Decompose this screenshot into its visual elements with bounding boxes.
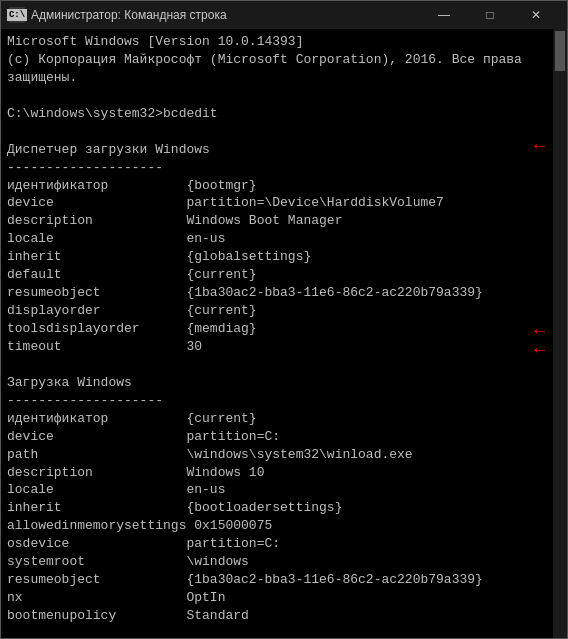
arrow-description-win10: ← [534,341,545,359]
console-line [7,356,561,374]
console-line: bootmenupolicy Standard [7,607,561,625]
console-line: osdevice partition=C: [7,535,561,553]
console-line: C:\windows\system32>bcdedit [7,105,561,123]
window-title: Администратор: Командная строка [31,8,421,22]
console-line: displayorder {current} [7,302,561,320]
console-line [7,87,561,105]
window-controls: — □ ✕ [421,1,559,29]
console-line: идентификатор {bootmgr} [7,177,561,195]
console-line: device partition=C: [7,428,561,446]
console-line: device partition=\Device\HarddiskVolume7 [7,194,561,212]
title-bar: C:\ Администратор: Командная строка — □ … [1,1,567,29]
scrollbar[interactable] [553,29,567,638]
console-line: resumeobject {1ba30ac2-bba3-11e6-86c2-ac… [7,571,561,589]
arrow-device-bootmgr: ← [534,137,545,155]
scrollbar-thumb[interactable] [555,31,565,71]
window: C:\ Администратор: Командная строка — □ … [0,0,568,639]
console-line: -------------------- [7,392,561,410]
console-line: inherit {globalsettings} [7,248,561,266]
console-line: защищены. [7,69,561,87]
console-line: (с) Корпорация Майкрософт (Microsoft Cor… [7,51,561,69]
console-line: inherit {bootloadersettings} [7,499,561,517]
console-line: locale en-us [7,481,561,499]
console-line: locale en-us [7,230,561,248]
maximize-button[interactable]: □ [467,1,513,29]
close-button[interactable]: ✕ [513,1,559,29]
console-line: Microsoft Windows [Version 10.0.14393] [7,33,561,51]
console-line: description Windows 10 [7,464,561,482]
console-line: resumeobject {1ba30ac2-bba3-11e6-86c2-ac… [7,284,561,302]
console-line: description Windows Boot Manager [7,212,561,230]
console-line: -------------------- [7,159,561,177]
console-line: nx OptIn [7,589,561,607]
console-line: timeout 30 [7,338,561,356]
console-line [7,625,561,638]
console-output: Microsoft Windows [Version 10.0.14393](с… [7,33,561,638]
console-line: systemroot \windows [7,553,561,571]
console-line: path \windows\system32\winload.exe [7,446,561,464]
console-body: Microsoft Windows [Version 10.0.14393](с… [1,29,567,638]
arrow-device-partition: ← [534,322,545,340]
console-line: Диспетчер загрузки Windows [7,141,561,159]
console-line: Загрузка Windows [7,374,561,392]
cmd-icon: C:\ [9,7,25,23]
minimize-button[interactable]: — [421,1,467,29]
console-line: идентификатор {current} [7,410,561,428]
console-line: toolsdisplayorder {memdiag} [7,320,561,338]
console-line: allowedinmemorysettings 0x15000075 [7,517,561,535]
console-line: default {current} [7,266,561,284]
console-line [7,123,561,141]
